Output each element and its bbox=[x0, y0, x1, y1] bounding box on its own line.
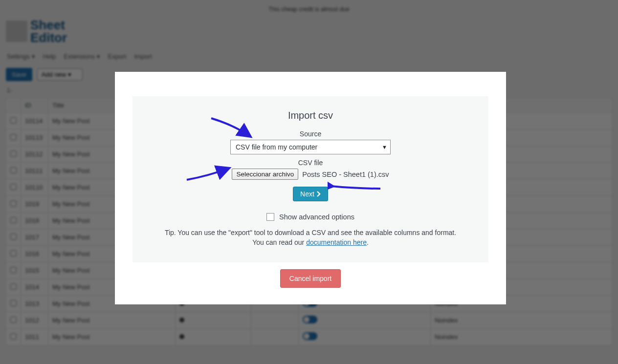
advanced-options-checkbox[interactable] bbox=[266, 213, 274, 221]
file-input-row: Seleccionar archivo Posts SEO - Sheet1 (… bbox=[152, 169, 469, 180]
source-select-value: CSV file from my computer bbox=[236, 143, 317, 151]
next-button[interactable]: Next bbox=[293, 187, 328, 201]
source-select[interactable]: CSV file from my computer ▼ bbox=[230, 140, 391, 154]
modal-form: Import csv Source CSV file from my compu… bbox=[132, 96, 488, 262]
advanced-options-label: Show advanced options bbox=[279, 213, 354, 221]
selected-file-name: Posts SEO - Sheet1 (1).csv bbox=[302, 171, 389, 178]
chevron-right-icon bbox=[316, 191, 321, 197]
chevron-down-icon: ▼ bbox=[382, 144, 387, 150]
source-label: Source bbox=[152, 130, 469, 138]
modal-title: Import csv bbox=[152, 110, 469, 121]
cancel-import-button[interactable]: Cancel import bbox=[280, 269, 341, 288]
next-button-label: Next bbox=[300, 190, 314, 198]
choose-file-button[interactable]: Seleccionar archivo bbox=[232, 169, 298, 180]
csv-file-label: CSV file bbox=[152, 159, 469, 167]
advanced-options-row: Show advanced options bbox=[152, 213, 469, 221]
documentation-link[interactable]: documentation here bbox=[306, 238, 367, 246]
tip-text: Tip. You can use the "export" tool to do… bbox=[152, 228, 469, 248]
import-csv-modal: Import csv Source CSV file from my compu… bbox=[115, 72, 506, 304]
